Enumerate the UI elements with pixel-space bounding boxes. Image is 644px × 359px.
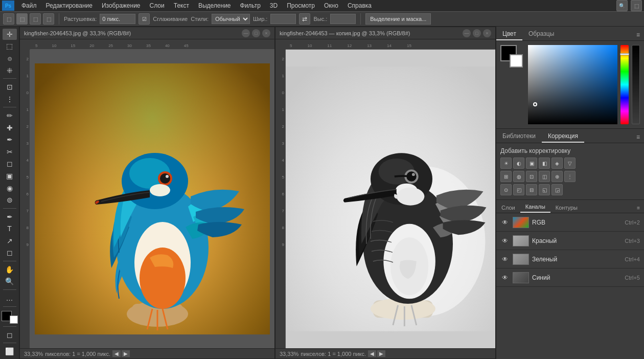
lib-corr-menu[interactable]: ≡: [632, 131, 644, 143]
doc1-close-button[interactable]: ×: [262, 29, 270, 37]
channel-blue-visibility[interactable]: 👁: [500, 273, 510, 282]
channel-red-visibility[interactable]: 👁: [500, 236, 510, 245]
swap-dimensions-icon[interactable]: ⇄: [299, 13, 310, 25]
menu-text[interactable]: Текст: [170, 1, 193, 10]
tab-correction[interactable]: Коррекция: [542, 130, 584, 143]
corr-vibrance[interactable]: ◈: [551, 158, 563, 169]
menu-file[interactable]: Файл: [17, 1, 41, 10]
doc1-prev-arrow[interactable]: ◀: [112, 350, 121, 357]
menu-view[interactable]: Просмотр: [283, 1, 319, 10]
tool-gradient[interactable]: ▣: [3, 170, 17, 182]
doc1-nav-arrows[interactable]: ◀ ▶: [112, 350, 130, 357]
tab-libraries[interactable]: Библиотеки: [496, 130, 542, 143]
corr-channel-mixer[interactable]: ◫: [539, 171, 550, 182]
menu-select[interactable]: Выделение: [194, 1, 235, 10]
channel-row-blue[interactable]: 👁 Синий Ctrl+5: [496, 268, 644, 287]
channel-row-red[interactable]: 👁 Красный Ctrl+3: [496, 232, 644, 250]
menu-layers[interactable]: Слои: [146, 1, 169, 10]
channel-row-rgb[interactable]: 👁 RGB Ctrl+2: [496, 213, 644, 232]
width-input[interactable]: [270, 14, 296, 24]
menu-edit[interactable]: Редактирование: [42, 1, 97, 10]
corr-exposure[interactable]: ◧: [539, 158, 550, 169]
doc2-minimize-button[interactable]: —: [463, 29, 471, 37]
color-gradient-picker[interactable]: [528, 45, 617, 125]
layers-panel-menu[interactable]: ≡: [633, 203, 644, 213]
tool-magic-wand[interactable]: ⁜: [3, 65, 17, 76]
tool-hand[interactable]: ✋: [3, 264, 17, 275]
tool-shape[interactable]: ◻: [3, 248, 17, 259]
corr-brightness[interactable]: ☀: [500, 158, 512, 169]
corr-levels[interactable]: ◐: [513, 158, 524, 169]
corr-color-balance[interactable]: ⊞: [500, 171, 512, 182]
corr-gradient-map[interactable]: ◱: [539, 184, 550, 195]
doc2-next-arrow[interactable]: ▶: [377, 350, 385, 357]
tab-layers[interactable]: Слои: [496, 203, 520, 213]
channel-rgb-visibility[interactable]: 👁: [500, 218, 510, 227]
color-picker-cursor[interactable]: [533, 102, 537, 106]
doc1-maximize-button[interactable]: □: [252, 29, 260, 37]
tool-mode-intersect[interactable]: ⬚: [43, 13, 54, 25]
corr-posterize[interactable]: ◰: [513, 184, 524, 195]
height-input[interactable]: [330, 14, 356, 24]
tool-pen[interactable]: ✒: [3, 211, 17, 222]
tool-dodge[interactable]: ⊚: [3, 194, 17, 206]
doc1-next-arrow[interactable]: ▶: [122, 350, 130, 357]
corr-hue-sat[interactable]: ▽: [564, 158, 576, 169]
corr-threshold[interactable]: ⊟: [526, 184, 537, 195]
menu-image[interactable]: Изображение: [98, 1, 145, 10]
menu-window[interactable]: Окно: [320, 1, 342, 10]
tool-crop[interactable]: ⊡: [3, 81, 17, 93]
bg-picker-swatch[interactable]: [510, 54, 523, 68]
hue-bar[interactable]: [620, 45, 629, 124]
menu-help[interactable]: Справка: [343, 1, 376, 10]
channel-green-visibility[interactable]: 👁: [500, 255, 510, 264]
workspace-icon[interactable]: ⬚: [631, 0, 642, 11]
feather-input[interactable]: [100, 14, 135, 24]
fg-bg-colors[interactable]: [2, 311, 18, 324]
tool-clone[interactable]: ✂: [3, 146, 17, 158]
tab-channels[interactable]: Каналы: [520, 201, 550, 213]
tool-text[interactable]: T: [3, 223, 17, 234]
tab-samples[interactable]: Образцы: [522, 28, 560, 40]
tool-lasso[interactable]: ⌾: [3, 53, 17, 64]
tool-mode-subtract[interactable]: ⬚: [30, 13, 41, 25]
corr-selective-color[interactable]: ◲: [551, 184, 563, 195]
corr-photo-filter[interactable]: ⊡: [526, 171, 537, 182]
tool-path[interactable]: ↗: [3, 235, 17, 246]
corr-grid[interactable]: ⋮: [564, 171, 576, 182]
channel-row-green[interactable]: 👁 Зеленый Ctrl+4: [496, 250, 644, 268]
tool-move[interactable]: ✛: [3, 29, 17, 40]
doc1-minimize-button[interactable]: —: [242, 29, 250, 37]
tool-eyedropper[interactable]: ✏: [3, 110, 17, 121]
tool-quickmask[interactable]: ◻: [3, 329, 17, 341]
tool-extra[interactable]: …: [3, 293, 17, 304]
tool-mode-add[interactable]: ⬚: [16, 13, 28, 25]
tool-mode-normal[interactable]: ⬚: [3, 13, 14, 25]
doc2-prev-arrow[interactable]: ◀: [368, 350, 376, 357]
tool-selection[interactable]: ⬚: [3, 41, 17, 52]
menu-3d[interactable]: 3D: [266, 1, 282, 10]
tool-blur[interactable]: ◉: [3, 183, 17, 194]
alpha-bar[interactable]: [632, 45, 640, 124]
tool-screen-mode[interactable]: ⬜: [3, 346, 17, 357]
tab-contours[interactable]: Контуры: [550, 203, 583, 213]
bg-color-swatch[interactable]: [10, 316, 18, 324]
doc2-maximize-button[interactable]: □: [473, 29, 481, 37]
doc2-close-button[interactable]: ×: [483, 29, 491, 37]
style-select[interactable]: Обычный: [212, 14, 250, 24]
corr-bw[interactable]: ◍: [513, 171, 524, 182]
corr-invert[interactable]: ⊙: [500, 184, 512, 195]
tool-measure[interactable]: ⋮: [3, 94, 17, 105]
corr-curves[interactable]: ▣: [526, 158, 537, 169]
tool-zoom[interactable]: 🔍: [3, 276, 17, 287]
tool-eraser[interactable]: ◻: [3, 159, 17, 170]
tool-brush[interactable]: ✒: [3, 134, 17, 145]
search-icon[interactable]: 🔍: [616, 0, 628, 11]
corr-color-lookup[interactable]: ⊕: [551, 171, 563, 182]
smooth-checkbox[interactable]: ☑: [139, 13, 150, 25]
selection-mask-button[interactable]: Выделение и маска...: [365, 13, 431, 25]
doc2-nav-arrows[interactable]: ◀ ▶: [368, 350, 385, 357]
tab-color[interactable]: Цвет: [496, 28, 522, 40]
tool-heal[interactable]: ✚: [3, 122, 17, 133]
color-panel-menu[interactable]: ≡: [632, 29, 644, 40]
